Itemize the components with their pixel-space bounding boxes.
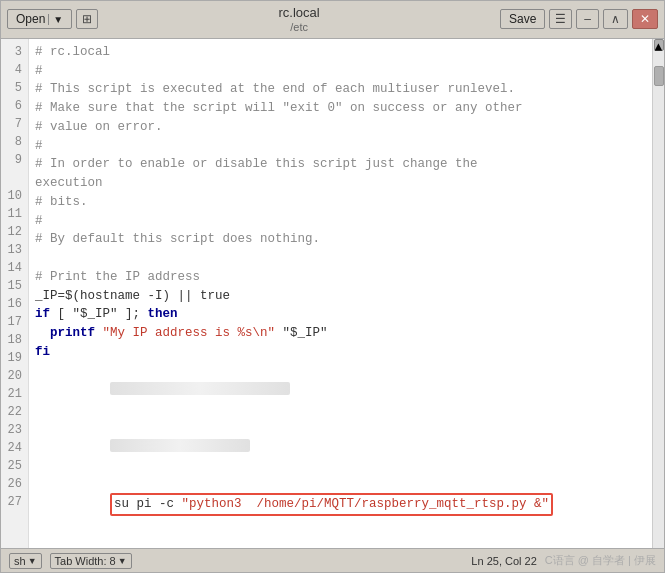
close-button[interactable]: ✕ (632, 9, 658, 29)
code-line: # (35, 212, 646, 231)
close-icon: ✕ (640, 12, 650, 26)
menu-icon: ☰ (555, 12, 566, 26)
code-line: # (35, 62, 646, 81)
copy-icon: ⊞ (82, 12, 92, 26)
open-label: Open (16, 12, 45, 26)
title-area: rc.local /etc (102, 5, 496, 34)
line-numbers: 3 4 5 6 7 8 9 10 11 12 13 14 15 16 17 18… (1, 39, 29, 548)
command-highlight: su pi -c "python3 /home/pi/MQTT/raspberr… (110, 493, 553, 516)
minimize-icon: – (584, 12, 591, 26)
watermark-text: C语言 @ 自学者 | 伊展 (545, 553, 656, 568)
editor-area: 3 4 5 6 7 8 9 10 11 12 13 14 15 16 17 18… (1, 39, 664, 548)
save-button[interactable]: Save (500, 9, 545, 29)
code-line: execution (35, 174, 646, 193)
code-line: # Make sure that the script will "exit 0… (35, 99, 646, 118)
copy-icon-button[interactable]: ⊞ (76, 9, 98, 29)
tabwidth-label: Tab Width: 8 (55, 555, 116, 567)
language-label: sh (14, 555, 26, 567)
dropdown-arrow-icon[interactable]: ▼ (48, 14, 63, 25)
cursor-position: Ln 25, Col 22 (471, 555, 536, 567)
code-line: # value on error. (35, 118, 646, 137)
blurred-line-19 (35, 362, 646, 418)
code-line: if [ "$_IP" ]; then (35, 305, 646, 324)
scroll-up-arrow[interactable]: ▲ (654, 39, 664, 51)
code-line: # Print the IP address (35, 268, 646, 287)
code-line: # This script is executed at the end of … (35, 80, 646, 99)
tabwidth-dropdown-icon[interactable]: ▼ (118, 556, 127, 566)
code-line: fi (35, 343, 646, 362)
titlebar: Open ▼ ⊞ rc.local /etc Save ☰ – ∧ ✕ (1, 1, 664, 39)
code-line: # (35, 137, 646, 156)
scroll-thumb[interactable] (654, 66, 664, 86)
maximize-button[interactable]: ∧ (603, 9, 628, 29)
code-line: printf "My IP address is %s\n" "$_IP" (35, 324, 646, 343)
code-editor[interactable]: # rc.local # # This script is executed a… (29, 39, 652, 548)
code-line: _IP=$(hostname -I) || true (35, 287, 646, 306)
status-right: Ln 25, Col 22 C语言 @ 自学者 | 伊展 (471, 553, 656, 568)
code-line: # rc.local (35, 43, 646, 62)
code-line (35, 249, 646, 268)
tabwidth-selector[interactable]: Tab Width: 8 ▼ (50, 553, 132, 569)
save-label: Save (509, 12, 536, 26)
lang-dropdown-icon[interactable]: ▼ (28, 556, 37, 566)
scrollbar[interactable]: ▲ (652, 39, 664, 548)
minimize-button[interactable]: – (576, 9, 599, 29)
code-line: # In order to enable or disable this scr… (35, 155, 646, 174)
language-selector[interactable]: sh ▼ (9, 553, 42, 569)
maximize-icon: ∧ (611, 12, 620, 26)
code-line: # bits. (35, 193, 646, 212)
window: Open ▼ ⊞ rc.local /etc Save ☰ – ∧ ✕ 3 (0, 0, 665, 573)
blurred-line-20 (35, 418, 646, 474)
code-line: # By default this script does nothing. (35, 230, 646, 249)
highlighted-command-line: su pi -c "python3 /home/pi/MQTT/raspberr… (35, 474, 646, 534)
open-button[interactable]: Open ▼ (7, 9, 72, 29)
code-container[interactable]: 3 4 5 6 7 8 9 10 11 12 13 14 15 16 17 18… (1, 39, 664, 548)
blurred-line-22 (35, 534, 646, 548)
menu-button[interactable]: ☰ (549, 9, 572, 29)
statusbar: sh ▼ Tab Width: 8 ▼ Ln 25, Col 22 C语言 @ … (1, 548, 664, 572)
window-subtitle: /etc (290, 21, 308, 34)
window-title: rc.local (279, 5, 320, 21)
